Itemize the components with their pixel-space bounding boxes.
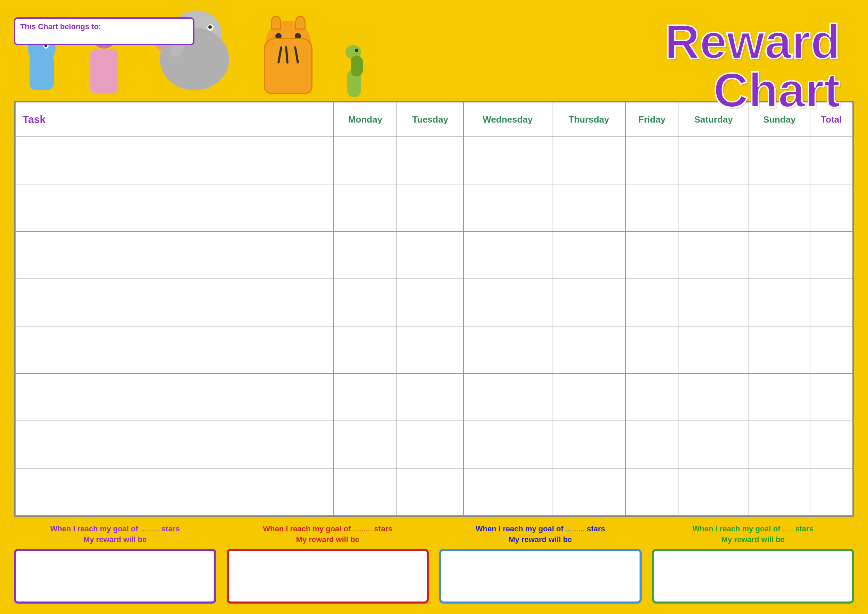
day-cell-7-0[interactable] (334, 468, 397, 515)
day-cell-5-2[interactable] (463, 373, 552, 420)
day-cell-3-3[interactable] (552, 279, 626, 326)
day-cell-6-4[interactable] (626, 421, 678, 468)
day-cell-5-0[interactable] (334, 373, 397, 420)
day-cell-7-7[interactable] (810, 468, 853, 515)
day-cell-0-0[interactable] (334, 137, 397, 184)
header: This Chart belongs to: (14, 11, 854, 101)
task-cell-1[interactable] (15, 184, 334, 231)
day-cell-2-1[interactable] (397, 232, 463, 279)
day-cell-6-3[interactable] (552, 421, 626, 468)
tiger-ear-right (295, 16, 305, 29)
reward-box-red: When I reach my goal of ......... stars … (227, 524, 429, 603)
task-cell-3[interactable] (15, 279, 334, 326)
table-row (15, 326, 853, 373)
day-cell-1-2[interactable] (463, 184, 552, 231)
day-cell-2-2[interactable] (463, 232, 552, 279)
day-cell-3-0[interactable] (334, 279, 397, 326)
day-cell-4-2[interactable] (463, 326, 552, 373)
day-cell-5-5[interactable] (678, 373, 749, 420)
day-cell-6-2[interactable] (463, 421, 552, 468)
day-cell-1-4[interactable] (626, 184, 678, 231)
day-cell-2-0[interactable] (334, 232, 397, 279)
task-cell-2[interactable] (15, 232, 334, 279)
day-cell-1-5[interactable] (678, 184, 749, 231)
title-chart: Chart (665, 66, 840, 115)
day-cell-1-1[interactable] (397, 184, 463, 231)
header-tuesday: Tuesday (397, 102, 463, 137)
day-cell-7-6[interactable] (749, 468, 810, 515)
day-cell-5-7[interactable] (810, 373, 853, 420)
table-row (15, 468, 853, 515)
tiger-stripe-3 (294, 46, 299, 64)
day-cell-0-2[interactable] (463, 137, 552, 184)
day-cell-4-1[interactable] (397, 326, 463, 373)
day-cell-6-0[interactable] (334, 421, 397, 468)
day-cell-2-3[interactable] (552, 232, 626, 279)
day-cell-5-3[interactable] (552, 373, 626, 420)
day-cell-1-3[interactable] (552, 184, 626, 231)
day-cell-2-7[interactable] (810, 232, 853, 279)
day-cell-3-5[interactable] (678, 279, 749, 326)
elephant-eye (207, 24, 214, 31)
day-cell-2-4[interactable] (626, 232, 678, 279)
day-cell-7-2[interactable] (463, 468, 552, 515)
header-thursday: Thursday (552, 102, 626, 137)
table-row (15, 232, 853, 279)
day-cell-4-5[interactable] (678, 326, 749, 373)
day-cell-4-6[interactable] (749, 326, 810, 373)
day-cell-7-4[interactable] (626, 468, 678, 515)
title-reward: Reward (665, 17, 840, 66)
day-cell-0-3[interactable] (552, 137, 626, 184)
reward-input-purple[interactable] (14, 549, 216, 603)
snake-body-2 (351, 56, 363, 76)
day-cell-5-4[interactable] (626, 373, 678, 420)
day-cell-4-4[interactable] (626, 326, 678, 373)
task-cell-6[interactable] (15, 421, 334, 468)
task-cell-0[interactable] (15, 137, 334, 184)
day-cell-2-6[interactable] (749, 232, 810, 279)
reward-text-purple: When I reach my goal of ......... stars … (50, 524, 180, 545)
day-cell-7-3[interactable] (552, 468, 626, 515)
day-cell-7-5[interactable] (678, 468, 749, 515)
table-body (15, 137, 853, 515)
reward-input-blue[interactable] (439, 549, 642, 603)
day-cell-3-1[interactable] (397, 279, 463, 326)
reward-input-red[interactable] (227, 549, 429, 603)
header-task: Task (15, 102, 334, 137)
tiger-character (257, 17, 326, 101)
day-cell-1-0[interactable] (334, 184, 397, 231)
day-cell-6-7[interactable] (810, 421, 853, 468)
day-cell-4-0[interactable] (334, 326, 397, 373)
tiger-body (264, 38, 313, 94)
name-box[interactable]: This Chart belongs to: (14, 17, 194, 45)
day-cell-3-4[interactable] (626, 279, 678, 326)
day-cell-7-1[interactable] (397, 468, 463, 515)
footer: When I reach my goal of ......... stars … (14, 524, 854, 603)
day-cell-1-7[interactable] (810, 184, 853, 231)
task-cell-5[interactable] (15, 373, 334, 420)
day-cell-6-5[interactable] (678, 421, 749, 468)
day-cell-0-6[interactable] (749, 137, 810, 184)
day-cell-5-1[interactable] (397, 373, 463, 420)
day-cell-3-7[interactable] (810, 279, 853, 326)
day-cell-0-1[interactable] (397, 137, 463, 184)
day-cell-5-6[interactable] (749, 373, 810, 420)
reward-input-green[interactable] (652, 549, 854, 603)
day-cell-0-5[interactable] (678, 137, 749, 184)
day-cell-6-6[interactable] (749, 421, 810, 468)
reward-text-red: When I reach my goal of ......... stars … (263, 524, 392, 545)
task-cell-7[interactable] (15, 468, 334, 515)
day-cell-3-2[interactable] (463, 279, 552, 326)
table-row (15, 421, 853, 468)
day-cell-4-3[interactable] (552, 326, 626, 373)
day-cell-0-4[interactable] (626, 137, 678, 184)
day-cell-4-7[interactable] (810, 326, 853, 373)
task-cell-4[interactable] (15, 326, 334, 373)
snake-eye (355, 49, 358, 52)
day-cell-3-6[interactable] (749, 279, 810, 326)
day-cell-1-6[interactable] (749, 184, 810, 231)
table-row (15, 184, 853, 231)
day-cell-0-7[interactable] (810, 137, 853, 184)
day-cell-2-5[interactable] (678, 232, 749, 279)
day-cell-6-1[interactable] (397, 421, 463, 468)
